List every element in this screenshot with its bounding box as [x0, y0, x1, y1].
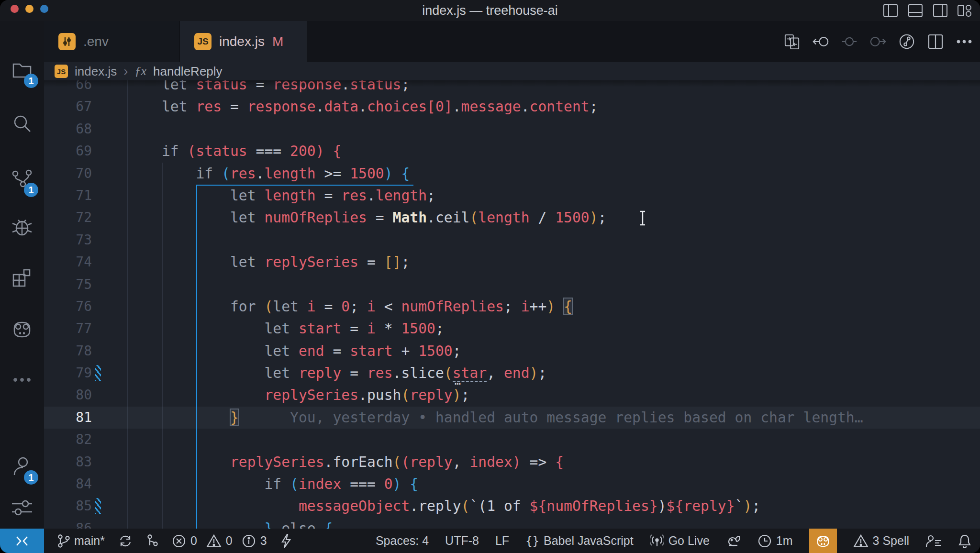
more-actions-icon[interactable] [956, 33, 972, 50]
line-number: 79 [44, 362, 92, 384]
code-text [93, 274, 980, 296]
code-line[interactable]: 73 [44, 229, 980, 251]
code-text: let numOfReplies = Math.ceil(length / 15… [93, 207, 980, 229]
commit-graph-button[interactable] [146, 533, 158, 549]
git-modified-indicator: M [272, 34, 283, 49]
code-text: let end = start + 1500; [93, 340, 980, 362]
sidebar-item-copilot-chat[interactable] [0, 309, 44, 349]
code-line[interactable]: 76 for (let i = 0; i < numOfReplies; i++… [44, 296, 980, 318]
previous-change-icon[interactable] [813, 33, 829, 50]
language-mode-status[interactable]: {} Babel JavaScript [525, 534, 634, 548]
code-line[interactable]: 78 let end = start + 1500; [44, 340, 980, 362]
window-title: index.js — treehouse-ai [0, 0, 980, 21]
next-change-icon[interactable] [870, 33, 886, 50]
spell-checker-status[interactable]: 3 Spell [853, 534, 909, 548]
squirrel-icon[interactable] [726, 534, 741, 548]
line-number: 83 [44, 451, 92, 473]
sidebar-item-search[interactable] [0, 103, 44, 144]
eol-status[interactable]: LF [495, 534, 509, 548]
code-line[interactable]: 81 } You, yesterday • handled auto messa… [44, 407, 980, 429]
code-text: let res = response.data.choices[0].messa… [93, 96, 980, 118]
tab-env[interactable]: .env [44, 21, 180, 62]
toggle-secondary-sidebar-icon[interactable] [932, 3, 948, 18]
code-line[interactable]: 68 [44, 118, 980, 140]
code-text [93, 429, 980, 451]
breadcrumb-file[interactable]: index.js [75, 64, 117, 79]
problems-status[interactable]: 0 0 3 [172, 534, 267, 548]
code-text: messageObject.reply(`(1 of ${numOfReplie… [93, 495, 980, 517]
go-live-button[interactable]: Go Live [650, 534, 710, 548]
split-editor-icon[interactable] [927, 33, 944, 50]
code-line[interactable]: 86 } else { [44, 518, 980, 529]
code-text: if (res.length >= 1500) { [93, 163, 980, 185]
title-bar: index.js — treehouse-ai [0, 0, 980, 21]
breadcrumb-symbol[interactable]: handleReply [153, 64, 223, 79]
code-text: if (status === 200) { [93, 140, 980, 162]
line-number: 76 [44, 296, 92, 318]
code-line[interactable]: 74 let replySeries = []; [44, 251, 980, 273]
status-bar: main* 0 0 3 [0, 529, 980, 553]
code-text: let start = i * 1500; [93, 318, 980, 340]
sidebar-item-run-debug[interactable] [0, 207, 44, 247]
code-line[interactable]: 80 replySeries.push(reply); [44, 384, 980, 406]
lightning-bolt-icon[interactable] [280, 533, 292, 549]
encoding-status[interactable]: UTF-8 [445, 534, 479, 548]
code-line[interactable]: 77 let start = i * 1500; [44, 318, 980, 340]
code-line[interactable]: 82 [44, 429, 980, 451]
code-text: for (let i = 0; i < numOfReplies; i++) { [93, 296, 980, 318]
code-line[interactable]: 71 let length = res.length; [44, 185, 980, 207]
line-number: 86 [44, 518, 92, 529]
code-text: let reply = res.slice(star, end); [93, 362, 980, 384]
code-line[interactable]: 70 if (res.length >= 1500) { [44, 163, 980, 185]
copilot-status-button[interactable] [809, 529, 837, 553]
accounts-icon[interactable]: 1 [0, 446, 44, 487]
js-file-icon: JS [194, 33, 212, 50]
line-number: 72 [44, 207, 92, 229]
accounts-badge: 1 [24, 470, 38, 485]
line-number: 68 [44, 118, 92, 140]
code-line[interactable]: 79 let reply = res.slice(star, end); [44, 362, 980, 384]
code-text: let replySeries = []; [93, 251, 980, 273]
git-modified-gutter-marker [95, 365, 101, 381]
git-branch-status[interactable]: main* [57, 534, 105, 548]
vscode-window: index.js — treehouse-ai [0, 0, 980, 553]
activity-bar: 1 1 [0, 21, 44, 529]
breadcrumb: JS index.js › ƒx handleReply [44, 62, 980, 80]
env-file-icon [58, 33, 76, 50]
code-text [93, 229, 980, 251]
notifications-bell-icon[interactable] [958, 534, 971, 548]
code-line[interactable]: 83 replySeries.forEach((reply, index) =>… [44, 451, 980, 473]
code-editor[interactable]: 66 let status = response.status;67 let r… [44, 80, 980, 529]
line-number: 73 [44, 229, 92, 251]
indentation-status[interactable]: Spaces: 4 [376, 534, 429, 548]
tab-env-label: .env [83, 34, 109, 49]
toggle-panel-icon[interactable] [907, 3, 924, 18]
code-text: replySeries.forEach((reply, index) => { [93, 451, 980, 473]
remote-window-button[interactable] [0, 529, 44, 553]
line-number: 74 [44, 251, 92, 273]
person-list-icon[interactable] [925, 534, 942, 548]
tab-index-js[interactable]: JS index.js M [180, 21, 307, 62]
sync-changes-button[interactable] [118, 534, 133, 548]
code-line[interactable]: 72 let numOfReplies = Math.ceil(length /… [44, 207, 980, 229]
open-changes-icon[interactable] [784, 33, 800, 50]
current-change-icon[interactable] [841, 33, 858, 50]
settings-gear-icon[interactable] [0, 487, 44, 528]
customize-layout-icon[interactable] [957, 3, 973, 18]
sidebar-item-source-control[interactable]: 1 [0, 159, 44, 199]
line-number: 67 [44, 96, 92, 118]
code-line[interactable]: 75 [44, 274, 980, 296]
line-number: 75 [44, 274, 92, 296]
code-line[interactable]: 84 if (index === 0) { [44, 473, 980, 495]
sidebar-item-extensions[interactable] [0, 257, 44, 298]
additional-views-icon[interactable] [0, 360, 44, 400]
code-text: replySeries.push(reply); [93, 384, 980, 406]
scroll-shadow [44, 80, 980, 87]
timer-status[interactable]: 1m [757, 534, 793, 548]
sidebar-item-explorer[interactable]: 1 [0, 50, 44, 90]
code-line[interactable]: 85 messageObject.reply(`(1 of ${numOfRep… [44, 495, 980, 517]
file-history-icon[interactable] [899, 33, 915, 50]
code-line[interactable]: 67 let res = response.data.choices[0].me… [44, 96, 980, 118]
code-line[interactable]: 69 if (status === 200) { [44, 140, 980, 162]
toggle-primary-sidebar-icon[interactable] [882, 3, 899, 18]
